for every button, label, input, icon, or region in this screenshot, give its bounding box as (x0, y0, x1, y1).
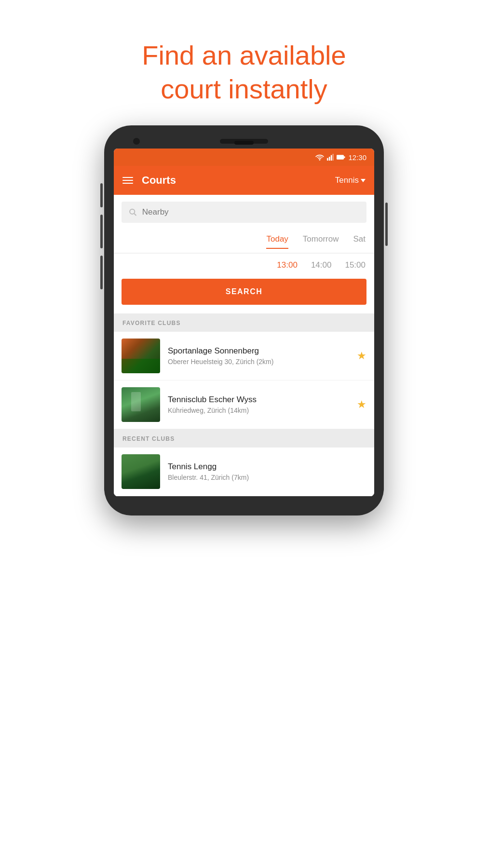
power-button (385, 203, 388, 246)
svg-point-7 (130, 209, 135, 214)
signal-icon (327, 154, 334, 161)
svg-point-0 (319, 159, 321, 161)
search-button[interactable]: SEARCH (122, 279, 366, 305)
time-selector: 13:00 14:00 15:00 (114, 254, 374, 277)
status-icons: 12:30 (315, 153, 366, 162)
club-address-sonnenberg: Oberer Heuelsteig 30, Zürich (2km) (168, 358, 352, 366)
search-bar[interactable] (122, 202, 366, 223)
club-item-sonnenberg[interactable]: Sportanlage Sonnenberg Oberer Heuelsteig… (114, 332, 374, 380)
speaker-grille (220, 139, 268, 144)
earpiece (234, 141, 254, 145)
club-info-escher: Tennisclub Escher Wyss Kühriedweg, Züric… (168, 395, 352, 414)
club-info-sonnenberg: Sportanlage Sonnenberg Oberer Heuelsteig… (168, 346, 352, 366)
search-btn-section: SEARCH (114, 277, 374, 313)
svg-rect-3 (331, 155, 332, 161)
recent-clubs-label: RECENT CLUBS (122, 435, 175, 442)
club-item-escher[interactable]: Tennisclub Escher Wyss Kühriedweg, Züric… (114, 380, 374, 429)
favorite-clubs-header: FAVORITE CLUBS (114, 313, 374, 332)
day-sat[interactable]: Sat (353, 234, 366, 248)
sport-selector[interactable]: Tennis (335, 176, 366, 185)
phone-screen: 12:30 Courts Tennis (114, 149, 374, 496)
club-info-lengg: Tennis Lengg Bleulerstr. 41, Zürich (7km… (168, 462, 366, 481)
club-name-escher: Tennisclub Escher Wyss (168, 395, 352, 405)
menu-button[interactable] (122, 177, 133, 184)
volume-silent-button (100, 183, 103, 207)
favorite-star-escher[interactable]: ★ (357, 398, 366, 411)
day-today[interactable]: Today (266, 234, 288, 249)
day-tomorrow[interactable]: Tomorrow (303, 234, 339, 248)
club-thumb-escher (122, 387, 160, 422)
search-input[interactable] (142, 207, 360, 217)
app-bar-title: Courts (142, 174, 335, 187)
club-name-sonnenberg: Sportanlage Sonnenberg (168, 346, 352, 356)
app-bar: Courts Tennis (114, 166, 374, 195)
svg-rect-2 (329, 157, 330, 161)
status-time: 12:30 (348, 153, 366, 162)
club-item-lengg[interactable]: Tennis Lengg Bleulerstr. 41, Zürich (7km… (114, 448, 374, 496)
wifi-icon (315, 154, 324, 161)
volume-up-button (100, 215, 103, 248)
phone-frame: 12:30 Courts Tennis (104, 125, 384, 515)
club-address-escher: Kühriedweg, Zürich (14km) (168, 407, 352, 414)
phone-top (114, 139, 374, 144)
dropdown-arrow-icon (361, 179, 366, 182)
day-selector: Today Tomorrow Sat (114, 230, 374, 254)
front-camera (133, 138, 140, 145)
club-thumb-lengg (122, 454, 160, 489)
svg-rect-5 (337, 155, 344, 159)
status-bar: 12:30 (114, 149, 374, 166)
svg-line-8 (134, 214, 136, 216)
favorite-clubs-label: FAVORITE CLUBS (122, 320, 181, 326)
club-name-lengg: Tennis Lengg (168, 462, 366, 472)
recent-clubs-header: RECENT CLUBS (114, 429, 374, 448)
favorite-star-sonnenberg[interactable]: ★ (357, 350, 366, 362)
svg-rect-4 (333, 154, 334, 161)
club-address-lengg: Bleulerstr. 41, Zürich (7km) (168, 474, 366, 481)
volume-down-button (100, 256, 103, 289)
search-section (114, 195, 374, 230)
search-icon (128, 207, 137, 217)
club-thumb-sonnenberg (122, 339, 160, 373)
time-1400[interactable]: 14:00 (311, 260, 332, 270)
battery-icon (337, 154, 345, 160)
svg-rect-1 (327, 158, 328, 161)
time-1500[interactable]: 15:00 (345, 260, 366, 270)
hero-title: Find an available court instantly (142, 39, 346, 106)
svg-rect-6 (344, 156, 345, 158)
time-1300[interactable]: 13:00 (277, 260, 298, 270)
